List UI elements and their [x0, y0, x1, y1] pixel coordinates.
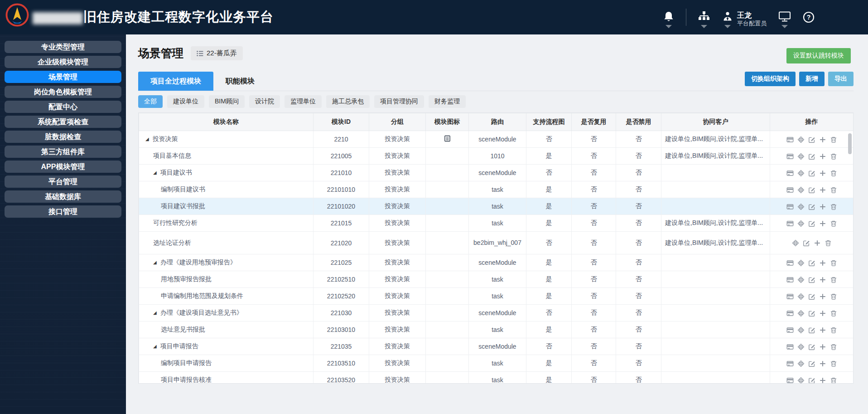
- card-icon[interactable]: [786, 326, 794, 334]
- toolbar-button[interactable]: 新增: [799, 72, 825, 86]
- edit-icon[interactable]: [808, 293, 815, 300]
- notifications-button[interactable]: [663, 11, 674, 28]
- scene-selector-badge[interactable]: 22-蕃瓜弄: [191, 46, 243, 60]
- edit-icon[interactable]: [803, 239, 810, 247]
- add-icon[interactable]: [819, 153, 826, 160]
- user-menu[interactable]: 王龙 平台配置员: [722, 11, 767, 28]
- expand-toggle-icon[interactable]: ◢: [153, 310, 157, 315]
- edit-icon[interactable]: [808, 310, 815, 317]
- aim-icon[interactable]: [797, 276, 805, 283]
- add-icon[interactable]: [819, 203, 826, 210]
- sidebar-item[interactable]: 专业类型管理: [5, 41, 121, 53]
- edit-icon[interactable]: [808, 203, 815, 210]
- add-icon[interactable]: [819, 136, 826, 143]
- filter-chip[interactable]: 财务监理: [429, 95, 466, 108]
- table-row[interactable]: 申请编制用地范围及规划条件22102520投资决策task是否否: [139, 288, 854, 305]
- aim-icon[interactable]: [797, 310, 805, 317]
- table-row[interactable]: 编制项目建议书22101010投资决策task是否否: [139, 181, 854, 198]
- tab[interactable]: 项目全过程模块: [138, 72, 213, 91]
- edit-icon[interactable]: [808, 276, 815, 283]
- filter-chip[interactable]: 施工总承包: [326, 95, 370, 108]
- table-row[interactable]: 项目基本信息221005投资决策1010是否否建设单位,BIM顾问,设计院,监理…: [139, 148, 854, 165]
- sidebar-item[interactable]: 第三方组件库: [5, 146, 121, 158]
- sidebar-item[interactable]: 接口管理: [5, 205, 121, 218]
- aim-icon[interactable]: [797, 170, 805, 177]
- table-row[interactable]: 项目申请报告核准22103520投资决策task是否否: [139, 372, 854, 384]
- aim-icon[interactable]: [792, 239, 799, 247]
- expand-toggle-icon[interactable]: ◢: [145, 136, 149, 141]
- delete-icon[interactable]: [830, 343, 837, 351]
- delete-icon[interactable]: [830, 220, 837, 227]
- delete-icon[interactable]: [830, 259, 837, 267]
- add-icon[interactable]: [819, 343, 826, 351]
- edit-icon[interactable]: [808, 326, 815, 334]
- screen-button[interactable]: [778, 11, 791, 28]
- expand-toggle-icon[interactable]: ◢: [153, 344, 157, 349]
- edit-icon[interactable]: [808, 259, 815, 267]
- card-icon[interactable]: [786, 293, 794, 300]
- add-icon[interactable]: [819, 186, 826, 194]
- add-icon[interactable]: [819, 293, 826, 300]
- delete-icon[interactable]: [830, 293, 837, 300]
- card-icon[interactable]: [786, 377, 794, 384]
- aim-icon[interactable]: [797, 377, 805, 384]
- tab[interactable]: 职能模块: [213, 72, 267, 91]
- aim-icon[interactable]: [797, 186, 805, 194]
- table-row[interactable]: 选址论证分析221020投资决策be2bim_whj_007否否否建设单位,BI…: [139, 232, 854, 254]
- aim-icon[interactable]: [797, 293, 805, 300]
- card-icon[interactable]: [786, 186, 794, 194]
- sidebar-item[interactable]: 平台管理: [5, 175, 121, 188]
- sidebar-item[interactable]: 场景管理: [5, 71, 121, 83]
- filter-chip[interactable]: 设计院: [249, 95, 280, 108]
- edit-icon[interactable]: [808, 186, 815, 194]
- sidebar-item[interactable]: 岗位角色模板管理: [5, 86, 121, 98]
- aim-icon[interactable]: [797, 343, 805, 351]
- aim-icon[interactable]: [797, 326, 805, 334]
- toolbar-button[interactable]: 导出: [828, 72, 854, 86]
- table-row[interactable]: 可行性研究分析221015投资决策task是否否建设单位,BIM顾问,设计院,监…: [139, 215, 854, 232]
- card-icon[interactable]: [786, 153, 794, 160]
- aim-icon[interactable]: [797, 220, 805, 227]
- sidebar-item[interactable]: APP模块管理: [5, 161, 121, 173]
- edit-icon[interactable]: [808, 170, 815, 177]
- delete-icon[interactable]: [830, 153, 837, 160]
- card-icon[interactable]: [786, 276, 794, 283]
- sidebar-item[interactable]: 企业级模块管理: [5, 56, 121, 68]
- table-row[interactable]: ◢项目申请报告221035投资决策sceneModule否否否: [139, 338, 854, 355]
- sidebar-item[interactable]: 基础数据库: [5, 190, 121, 203]
- expand-toggle-icon[interactable]: ◢: [153, 260, 157, 265]
- add-icon[interactable]: [819, 326, 826, 334]
- delete-icon[interactable]: [830, 276, 837, 283]
- card-icon[interactable]: [786, 360, 794, 367]
- edit-icon[interactable]: [808, 136, 815, 143]
- table-row[interactable]: ◢办理《建设用地预审报告》221025投资决策sceneModule是否否: [139, 254, 854, 271]
- edit-icon[interactable]: [808, 343, 815, 351]
- table-row[interactable]: ◢办理《建设项目选址意见书》221030投资决策sceneModule否否否: [139, 305, 854, 321]
- card-icon[interactable]: [786, 170, 794, 177]
- filter-chip[interactable]: 建设单位: [167, 95, 204, 108]
- delete-icon[interactable]: [825, 239, 832, 247]
- edit-icon[interactable]: [808, 220, 815, 227]
- expand-toggle-icon[interactable]: ◢: [153, 170, 157, 175]
- add-icon[interactable]: [819, 377, 826, 384]
- sidebar-item[interactable]: 脏数据检查: [5, 131, 121, 143]
- edit-icon[interactable]: [808, 360, 815, 367]
- add-icon[interactable]: [814, 239, 821, 247]
- vertical-scrollbar[interactable]: [848, 133, 852, 154]
- table-row[interactable]: ◢项目建议书221010投资决策sceneModule否否否: [139, 165, 854, 181]
- delete-icon[interactable]: [830, 136, 837, 143]
- add-icon[interactable]: [819, 310, 826, 317]
- aim-icon[interactable]: [797, 259, 805, 267]
- aim-icon[interactable]: [797, 203, 805, 210]
- aim-icon[interactable]: [797, 136, 805, 143]
- add-icon[interactable]: [819, 276, 826, 283]
- add-icon[interactable]: [819, 360, 826, 367]
- card-icon[interactable]: [786, 310, 794, 317]
- filter-chip[interactable]: 全部: [138, 95, 163, 108]
- sidebar-item[interactable]: 系统配置项检查: [5, 116, 121, 128]
- aim-icon[interactable]: [797, 153, 805, 160]
- card-icon[interactable]: [786, 259, 794, 267]
- org-structure-button[interactable]: [698, 11, 710, 28]
- card-icon[interactable]: [786, 203, 794, 210]
- table-row[interactable]: 项目建议书报批22101020投资决策task是否否: [139, 198, 854, 215]
